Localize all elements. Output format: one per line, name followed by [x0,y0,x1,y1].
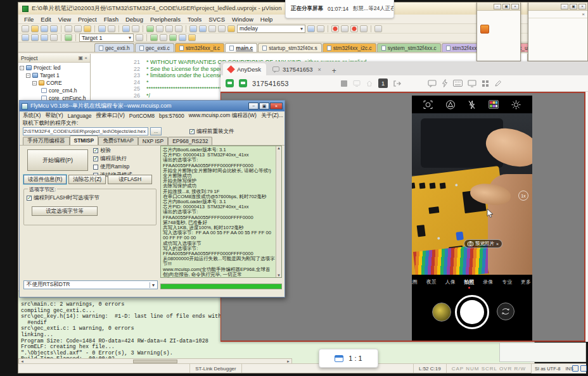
incremental-find-icon[interactable] [317,25,324,32]
filters-icon[interactable] [489,100,499,109]
zoom-level-badge[interactable]: 1x [518,191,528,201]
scroll-down-icon[interactable]: ▼ [277,273,281,277]
anydesk-home-tab[interactable]: AnyDesk [223,63,266,75]
actions-lightning-icon[interactable] [442,79,448,87]
menu-view[interactable]: View [55,15,74,23]
read-flash-button[interactable]: 读FLASH [108,175,152,184]
file-extensions-icon[interactable] [160,34,167,41]
breakpoint-disable-icon[interactable] [341,25,348,32]
cut-icon[interactable] [65,25,72,32]
build-icon[interactable] [31,34,39,41]
menu-window[interactable]: Window [229,15,257,23]
paste-icon[interactable] [84,25,91,32]
uncomment-icon[interactable] [218,25,226,32]
menu-system[interactable]: 系统(X) [23,112,41,120]
menu-svcs[interactable]: SVCS [205,15,228,23]
save-all-icon[interactable] [50,25,58,32]
write-option-bytes-checkbox[interactable]: 编程到FLASH时写选项字节 [27,194,153,202]
redo-icon[interactable] [108,25,115,32]
maximize-icon[interactable]: ▣ [502,4,510,9]
use-ramisp-checkbox[interactable]: 使用RamIsp [93,163,132,171]
minimize-icon[interactable]: − [248,103,259,110]
tab-handheld-programmer[interactable]: 手持万用编程器 [23,137,70,145]
menu-bps[interactable]: bps:57600 [159,113,184,119]
anydesk-connection-icon[interactable] [226,79,234,87]
rebuild-icon[interactable] [41,34,48,41]
collapse-icon[interactable]: − [32,81,37,85]
menu-file[interactable]: File [21,15,37,23]
books-icon[interactable] [188,34,196,41]
tree-item-file[interactable]: core_cm4.h [20,87,90,94]
collapse-icon[interactable]: − [26,73,30,78]
pack-installer-icon[interactable] [179,34,186,41]
shutter-button[interactable] [455,295,489,329]
close-icon[interactable]: × [270,103,283,110]
menu-peripherals[interactable]: Peripherals [147,15,184,23]
search-icon[interactable] [307,25,315,32]
run-after-program-checkbox[interactable]: 编程后执行 [93,155,132,163]
batch-build-icon[interactable] [50,34,58,41]
scroll-up-icon[interactable]: ▲ [277,146,281,150]
tab-stmiap[interactable]: 免费STMIAP [98,137,138,145]
indent-icon[interactable] [189,25,197,32]
uvision-titlebar[interactable]: E:\0单片机笔记\202003月份\STM32\STM32F4_CODE\US… [18,3,534,15]
close-tab-icon[interactable]: × [316,66,321,73]
navigate-back-icon[interactable] [122,25,130,32]
monitor-number-badge[interactable]: 1 [378,78,388,88]
menu-about[interactable]: 关于(Z)... [261,112,283,120]
outdent-icon[interactable] [199,25,207,32]
target-options-icon[interactable] [136,34,143,41]
ai-master-icon[interactable] [445,100,456,110]
favorites-icon[interactable] [340,80,348,87]
minimize-icon[interactable]: − [494,4,501,9]
menu-programmer[interactable]: www.mcuisp.com 编程器(W) [189,112,257,120]
mode-aperture[interactable]: 光圈 [412,279,418,285]
erase-chip-button[interactable]: 清除芯片(Z) [68,175,106,184]
bookmark-prev-icon[interactable] [165,25,173,32]
hex-file-path-input[interactable]: 02003月份\STM32\STM32F4_CODE\USER\project_… [23,127,148,135]
rts-dtr-select[interactable]: 不使用RTS和DTR [23,280,158,289]
breakpoint-icon[interactable] [331,25,339,32]
window-titlebar[interactable]: − ▣ × [528,3,587,11]
tab-main-c[interactable]: main.c [225,43,257,52]
configure-wrench-icon[interactable] [374,25,382,32]
keyboard-icon[interactable] [453,80,463,87]
menu-flash[interactable]: Flash [101,15,122,23]
log-scrollbar[interactable]: ▲▼ [276,146,281,277]
preview-photo-pill[interactable]: 预览照片 × [464,239,502,248]
tab-ep968[interactable]: EP968_RS232 [168,137,212,145]
bookmark-toggle-icon[interactable] [146,25,154,32]
download-flash-icon[interactable] [65,34,72,41]
save-icon[interactable] [41,25,48,32]
phone-camera-screen[interactable]: 1x 预览照片 × 光圈 夜景 人像 拍照 录像 专业 更多 [412,96,532,341]
permissions-icon[interactable] [482,80,489,87]
gallery-thumbnail[interactable] [432,303,451,322]
document-tray-icon[interactable] [580,365,587,372]
tree-item-project[interactable]: −Project: led [20,64,90,72]
open-file-icon[interactable] [31,25,39,32]
maximize-icon[interactable]: ▣ [259,103,269,110]
pin-icon[interactable]: ▣ × [79,55,87,61]
menu-edit[interactable]: Edit [37,15,54,23]
read-device-info-button[interactable]: 读器件信息(R) [23,175,67,184]
tree-item-target[interactable]: −Target 1 [20,72,90,79]
new-file-icon[interactable] [22,25,29,32]
app-tile-icon[interactable] [480,25,489,34]
screen-share-banner[interactable]: 正在分享屏幕 01:07:14 彭慧...等24人正在观看 [285,0,394,18]
breakpoint-kill-icon[interactable] [350,25,358,32]
whiteboard-pencil-icon[interactable] [494,80,502,87]
collapse-icon[interactable]: − [20,66,24,70]
menu-project[interactable]: Project [75,15,100,23]
camera-settings-gear-icon[interactable] [511,100,521,110]
tab-startup-s[interactable]: startup_stm32f40x.s [258,43,322,52]
close-icon[interactable]: × [511,4,519,9]
display-settings-icon[interactable] [468,80,476,87]
home-icon[interactable] [366,80,373,87]
tab-stm32f4xx-it-c[interactable]: stm32f4xx_it.c [175,43,224,52]
maximize-icon[interactable]: ▣ [570,4,577,9]
set-option-bytes-button[interactable]: 设定选项字节等 [32,206,98,216]
target-select[interactable]: Target 1 [79,34,134,42]
mode-portrait[interactable]: 人像 [445,279,456,285]
find-combo[interactable]: mdelay [237,25,305,33]
flip-camera-button[interactable] [497,303,514,320]
